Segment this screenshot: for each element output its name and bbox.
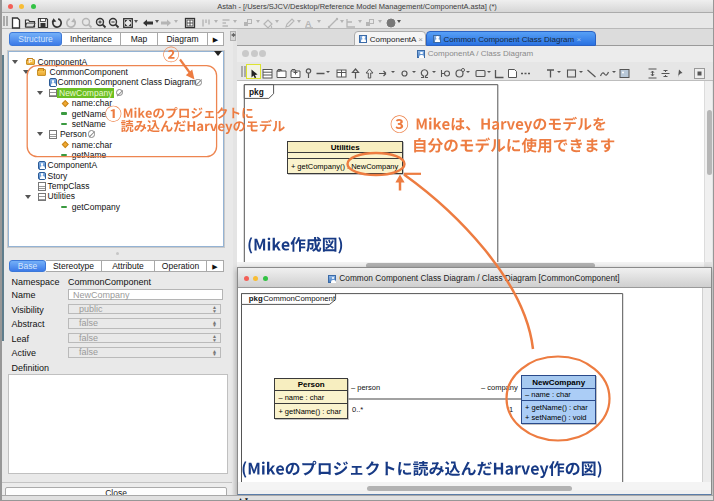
svg-text:0..*: 0..* bbox=[352, 405, 363, 414]
svg-text:pkg: pkg bbox=[248, 294, 262, 303]
svg-text:– company: – company bbox=[481, 383, 518, 392]
svg-text:pkg: pkg bbox=[249, 87, 264, 97]
svg-text:– person: – person bbox=[351, 383, 380, 392]
svg-text:A: A bbox=[305, 19, 312, 29]
svg-text:1: 1 bbox=[509, 405, 513, 414]
svg-text:CommonComponent: CommonComponent bbox=[263, 294, 336, 303]
